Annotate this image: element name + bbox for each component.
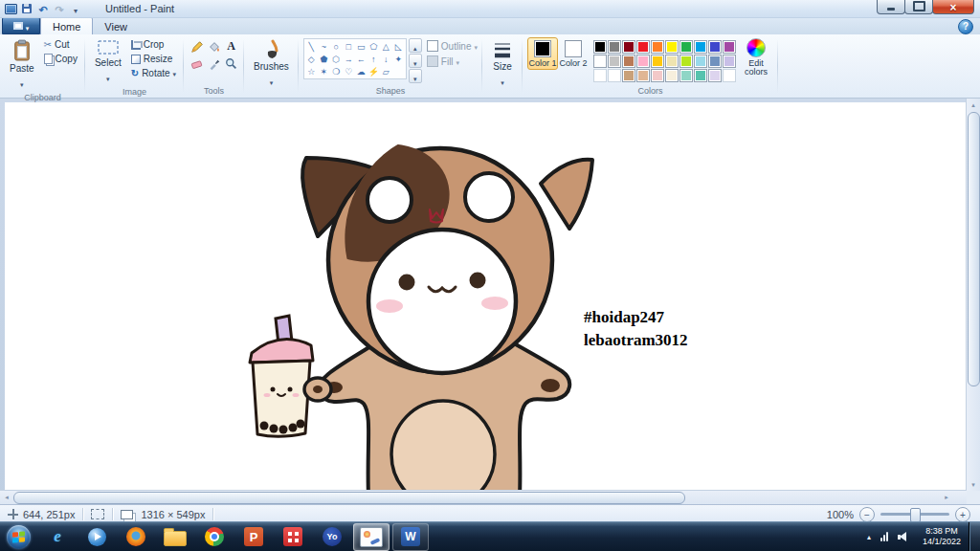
shape-item[interactable]: ❍ <box>330 65 343 77</box>
palette-swatch[interactable] <box>608 69 621 82</box>
shape-item[interactable]: ↓ <box>380 53 392 65</box>
color-picker-tool[interactable] <box>206 55 222 72</box>
palette-swatch[interactable] <box>665 69 679 82</box>
qat-dropdown-button[interactable] <box>68 2 83 16</box>
palette-swatch[interactable] <box>679 69 693 82</box>
palette-swatch[interactable] <box>636 40 650 54</box>
shape-item[interactable]: ✦ <box>392 53 405 65</box>
taskbar-red-app[interactable] <box>275 523 311 551</box>
shape-item[interactable]: ◺ <box>392 40 405 53</box>
start-button[interactable] <box>0 522 36 551</box>
palette-swatch[interactable] <box>694 40 707 54</box>
palette-swatch[interactable] <box>651 55 664 68</box>
palette-swatch[interactable] <box>694 55 707 68</box>
zoom-slider[interactable] <box>880 513 949 516</box>
zoom-in-button[interactable] <box>955 507 970 522</box>
horizontal-scroll-thumb[interactable] <box>13 492 685 504</box>
shape-item[interactable]: ▭ <box>355 40 368 53</box>
fill-tool[interactable] <box>206 38 222 55</box>
taskbar-word[interactable]: W <box>392 523 429 551</box>
cut-button[interactable]: Cut <box>41 37 80 52</box>
select-button[interactable]: Select <box>90 36 126 86</box>
palette-swatch[interactable] <box>593 55 607 68</box>
shape-item[interactable]: ~ <box>318 40 330 53</box>
zoom-out-button[interactable] <box>859 507 875 522</box>
eraser-tool[interactable] <box>189 55 205 72</box>
shape-item[interactable]: ◇ <box>305 53 318 65</box>
shape-item[interactable]: ○ <box>330 40 343 53</box>
paste-button[interactable]: Paste <box>5 36 39 92</box>
edit-colors-button[interactable]: Edit colors <box>739 38 773 77</box>
taskbar-powerpoint[interactable]: P <box>235 523 272 551</box>
rotate-button[interactable]: Rotate <box>128 66 179 80</box>
size-button[interactable]: Size <box>487 36 518 90</box>
color1-button[interactable]: Color 1 <box>527 37 558 70</box>
resize-button[interactable]: Resize <box>128 52 179 66</box>
copy-button[interactable]: Copy <box>41 52 80 66</box>
shape-item[interactable]: ☁ <box>355 65 368 77</box>
shape-item[interactable]: ♡ <box>343 65 355 77</box>
tab-view[interactable]: View <box>93 18 139 34</box>
scroll-up-icon[interactable] <box>967 99 980 111</box>
tray-expand-icon[interactable] <box>862 533 876 541</box>
outline-button[interactable]: Outline <box>427 38 478 54</box>
zoom-slider-thumb[interactable] <box>910 508 921 522</box>
palette-swatch[interactable] <box>636 55 650 68</box>
palette-swatch[interactable] <box>708 69 722 82</box>
palette-swatch[interactable] <box>622 55 635 68</box>
shape-item[interactable]: ⬟ <box>318 53 330 65</box>
shapes-scroll-up[interactable] <box>409 38 422 53</box>
vertical-scroll-thumb[interactable] <box>968 112 980 386</box>
close-button[interactable] <box>932 0 974 14</box>
palette-swatch[interactable] <box>608 55 621 68</box>
taskbar-media-player[interactable] <box>78 523 115 551</box>
palette-swatch[interactable] <box>622 40 635 54</box>
undo-button[interactable] <box>35 2 51 16</box>
taskbar-firefox[interactable] <box>118 523 154 551</box>
volume-icon[interactable] <box>898 532 910 542</box>
vertical-scrollbar[interactable] <box>966 99 980 491</box>
shape-item[interactable]: → <box>343 53 355 65</box>
shape-item[interactable]: ╲ <box>305 40 318 53</box>
color2-button[interactable]: Color 2 <box>558 37 589 70</box>
brushes-button[interactable]: Brushes <box>249 36 294 90</box>
palette-swatch[interactable] <box>593 69 607 82</box>
shape-item[interactable]: ⚡ <box>368 65 380 77</box>
taskbar-yo-app[interactable]: Yo <box>314 523 350 551</box>
network-icon[interactable] <box>880 532 888 541</box>
crop-button[interactable]: Crop <box>128 37 179 52</box>
redo-button[interactable] <box>52 2 67 16</box>
save-button[interactable] <box>19 2 34 16</box>
paint-menu-button[interactable] <box>2 16 40 34</box>
palette-swatch[interactable] <box>665 55 679 68</box>
horizontal-scrollbar[interactable] <box>0 490 967 504</box>
shape-item[interactable]: ⬡ <box>330 53 343 65</box>
palette-swatch[interactable] <box>651 69 664 82</box>
show-desktop-button[interactable] <box>969 522 980 551</box>
taskbar-internet-explorer[interactable]: e <box>39 523 76 551</box>
palette-swatch[interactable] <box>622 69 635 82</box>
palette-swatch[interactable] <box>608 40 621 54</box>
palette-swatch[interactable] <box>723 40 736 54</box>
taskbar-explorer[interactable] <box>157 523 193 551</box>
pencil-tool[interactable] <box>189 38 205 55</box>
taskbar-chrome[interactable] <box>196 523 233 551</box>
palette-swatch[interactable] <box>723 69 736 82</box>
shape-item[interactable]: ☆ <box>305 65 318 77</box>
scroll-down-icon[interactable] <box>967 478 980 491</box>
shapes-scroll-down[interactable] <box>409 54 422 68</box>
shapes-more-button[interactable] <box>409 69 422 83</box>
shape-item[interactable]: ✶ <box>318 65 330 77</box>
shape-item[interactable]: ← <box>355 53 368 65</box>
palette-swatch[interactable] <box>708 40 722 54</box>
minimize-button[interactable] <box>877 0 905 14</box>
shape-item[interactable]: ▱ <box>380 65 392 77</box>
taskbar-paint-active[interactable] <box>353 523 390 551</box>
clock[interactable]: 8:38 PM 14/1/2022 <box>915 526 969 547</box>
palette-swatch[interactable] <box>665 40 679 54</box>
maximize-button[interactable] <box>904 0 933 14</box>
palette-swatch[interactable] <box>636 69 650 82</box>
palette-swatch[interactable] <box>679 55 693 68</box>
text-tool[interactable]: A <box>223 38 239 55</box>
tab-home[interactable]: Home <box>40 17 93 34</box>
